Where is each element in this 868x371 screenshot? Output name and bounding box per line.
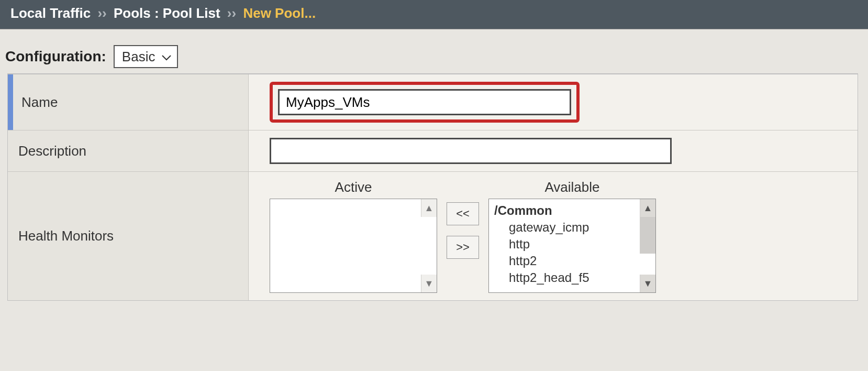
row-name: Name (8, 74, 858, 130)
scroll-down-icon[interactable]: ▼ (421, 275, 437, 292)
pool-form-table: Name Description Health Monitors Active (7, 73, 858, 301)
available-header: Available (544, 179, 599, 195)
description-label: Description (8, 130, 249, 171)
breadcrumb-separator: ›› (224, 5, 239, 21)
move-right-button[interactable]: >> (447, 236, 479, 259)
description-input[interactable] (270, 138, 672, 164)
active-items (270, 199, 421, 205)
name-label: Name (8, 74, 249, 130)
breadcrumb-local-traffic[interactable]: Local Traffic (10, 5, 91, 21)
active-listbox[interactable]: ▲ ▼ (270, 199, 437, 293)
health-monitors-label: Health Monitors (8, 172, 249, 300)
name-highlight (270, 82, 580, 123)
scrollbar-thumb[interactable] (640, 217, 655, 254)
list-item[interactable]: http (494, 236, 635, 253)
move-buttons: << >> (447, 202, 479, 259)
available-listbox[interactable]: ▲ ▼ /Common gateway_icmp http http2 http… (488, 199, 656, 293)
list-item[interactable]: gateway_icmp (494, 219, 635, 236)
breadcrumb-pools[interactable]: Pools : Pool List (114, 5, 220, 21)
available-items: /Common gateway_icmp http http2 http2_he… (489, 199, 640, 289)
available-column: Available ▲ ▼ /Common gateway_icmp http … (488, 179, 656, 293)
scroll-up-icon[interactable]: ▲ (421, 199, 437, 217)
scroll-down-icon[interactable]: ▼ (640, 275, 655, 292)
configuration-select-value: Basic (122, 49, 155, 65)
list-item[interactable]: http2 (494, 253, 635, 269)
active-column: Active ▲ ▼ (270, 179, 437, 293)
move-left-button[interactable]: << (447, 202, 479, 225)
breadcrumb-separator: ›› (94, 5, 109, 21)
scroll-up-icon[interactable]: ▲ (640, 199, 655, 217)
row-health-monitors: Health Monitors Active ▲ ▼ << >> (8, 172, 858, 300)
breadcrumb-current: New Pool... (243, 5, 316, 21)
row-description: Description (8, 130, 858, 172)
configuration-label: Configuration: (5, 48, 106, 65)
list-item[interactable]: http2_head_f5 (494, 269, 635, 286)
breadcrumb: Local Traffic ›› Pools : Pool List ›› Ne… (0, 0, 868, 29)
available-group: /Common (494, 202, 635, 219)
configuration-row: Configuration: Basic (0, 29, 868, 73)
name-input[interactable] (278, 89, 571, 115)
active-header: Active (335, 179, 372, 195)
chevron-down-icon (161, 49, 172, 64)
configuration-select[interactable]: Basic (114, 45, 179, 68)
health-monitors-picker: Active ▲ ▼ << >> Available (270, 179, 656, 293)
